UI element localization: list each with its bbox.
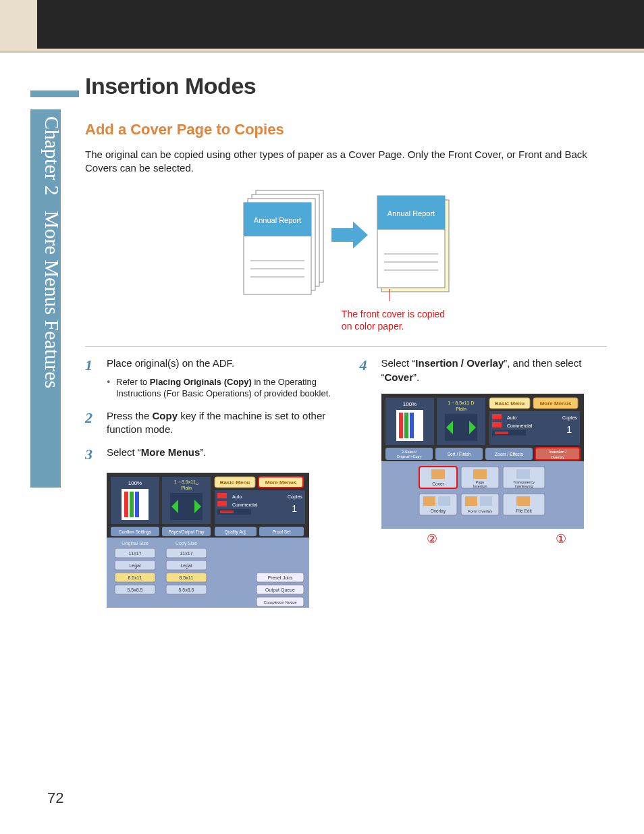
svg-rect-103 xyxy=(495,432,508,434)
svg-rect-41 xyxy=(217,493,227,498)
svg-rect-128 xyxy=(438,496,450,506)
page-number: 72 xyxy=(47,789,63,807)
svg-text:100%: 100% xyxy=(128,480,142,486)
svg-text:Plain: Plain xyxy=(456,407,466,411)
svg-text:Commercial: Commercial xyxy=(507,423,533,428)
svg-text:Annual Report: Annual Report xyxy=(387,209,434,217)
svg-text:Overlay: Overlay xyxy=(430,509,446,514)
svg-rect-100 xyxy=(492,414,502,419)
svg-rect-84 xyxy=(410,413,414,438)
svg-rect-42 xyxy=(217,501,227,506)
svg-text:Copies: Copies xyxy=(562,415,577,421)
svg-rect-83 xyxy=(404,413,408,438)
svg-text:Output Queue: Output Queue xyxy=(265,588,295,593)
side-tab-text: Chapter 2 More Menus Features xyxy=(41,116,61,388)
step-4-text: Select “Insertion / Overlay”, and then s… xyxy=(381,357,608,384)
svg-text:Copy Size: Copy Size xyxy=(176,541,197,546)
step-1-text: Place original(s) on the ADF. xyxy=(107,357,234,369)
svg-text:Annual Report: Annual Report xyxy=(253,216,300,224)
svg-rect-24 xyxy=(130,492,134,517)
svg-text:Quality Adj.: Quality Adj. xyxy=(225,529,247,535)
svg-text:11x17: 11x17 xyxy=(180,551,192,556)
svg-text:Zoom / Effects: Zoom / Effects xyxy=(495,452,524,457)
svg-text:Plain: Plain xyxy=(181,486,192,490)
divider xyxy=(85,346,607,347)
svg-text:5.5x8.5: 5.5x8.5 xyxy=(179,588,194,592)
intro-text: The original can be copied using other t… xyxy=(85,148,607,176)
top-banner xyxy=(0,0,644,53)
cover-diagram: Annual Report Annual Report The fro xyxy=(85,188,607,334)
svg-text:Copies: Copies xyxy=(288,494,302,500)
svg-rect-116 xyxy=(431,469,445,479)
step-1-bullet: Refer to Placing Originals (Copy) in the… xyxy=(107,376,333,400)
svg-text:1→8.5x11 D: 1→8.5x11 D xyxy=(448,400,474,405)
svg-text:5.5x8.5: 5.5x8.5 xyxy=(128,588,143,592)
svg-rect-127 xyxy=(423,496,435,506)
svg-text:2-Sided /: 2-Sided / xyxy=(401,450,416,454)
svg-rect-131 xyxy=(465,496,477,506)
svg-text:Auto: Auto xyxy=(507,415,517,420)
svg-text:Overlay: Overlay xyxy=(550,455,564,459)
svg-text:More Menus: More Menus xyxy=(539,400,571,407)
svg-rect-123 xyxy=(516,469,530,479)
screenshot-insertion-overlay: 100% 1→8.5x11 D Plain Basic Menu More Me… xyxy=(381,394,584,529)
svg-text:100%: 100% xyxy=(402,401,416,407)
svg-rect-25 xyxy=(135,492,139,517)
svg-text:Preset Jobs: Preset Jobs xyxy=(268,575,293,580)
svg-rect-135 xyxy=(516,496,530,506)
step-2-number: 2 xyxy=(85,409,107,437)
section-subtitle: Add a Cover Page to Copies xyxy=(85,121,607,138)
svg-rect-101 xyxy=(492,422,502,427)
step-1-number: 1 xyxy=(85,357,107,399)
svg-text:8.5x11: 8.5x11 xyxy=(128,575,142,580)
svg-rect-23 xyxy=(124,492,128,517)
chapter-side-tab: Chapter 2 More Menus Features xyxy=(30,109,61,488)
svg-text:Interleaving: Interleaving xyxy=(514,484,533,488)
step-3-number: 3 xyxy=(85,446,107,463)
step-4-number: 4 xyxy=(360,357,381,384)
svg-text:Form Overlay: Form Overlay xyxy=(467,509,491,513)
svg-text:Basic Menu: Basic Menu xyxy=(494,400,525,407)
svg-text:1: 1 xyxy=(566,424,572,435)
svg-text:1→8.5x11␣: 1→8.5x11␣ xyxy=(174,479,198,485)
svg-text:Legal: Legal xyxy=(180,563,192,569)
svg-rect-82 xyxy=(399,413,403,438)
svg-text:Legal: Legal xyxy=(129,563,141,569)
svg-text:File Edit: File Edit xyxy=(516,509,532,513)
svg-text:Completion Notice: Completion Notice xyxy=(263,600,297,604)
page-title: Insertion Modes xyxy=(85,73,607,99)
svg-text:Original Size: Original Size xyxy=(122,541,149,546)
diagram-caption: The front cover is copied on color paper… xyxy=(342,308,445,334)
svg-text:More Menus: More Menus xyxy=(265,479,297,486)
svg-text:11x17: 11x17 xyxy=(128,551,141,556)
svg-text:Original->Copy: Original->Copy xyxy=(396,454,421,459)
svg-text:Commercial: Commercial xyxy=(232,502,258,507)
svg-text:Paper/Output Tray: Paper/Output Tray xyxy=(168,529,205,535)
svg-text:Confirm Settings: Confirm Settings xyxy=(119,529,152,535)
step-2-text: Press the Copy key if the machine is set… xyxy=(107,409,333,437)
accent-bar xyxy=(30,90,79,97)
svg-text:Cover: Cover xyxy=(432,481,444,486)
svg-marker-10 xyxy=(331,221,368,249)
svg-text:Auto: Auto xyxy=(232,494,242,499)
svg-text:Proof Set: Proof Set xyxy=(272,529,290,534)
svg-text:Sort / Finish: Sort / Finish xyxy=(447,452,471,457)
svg-text:Basic Menu: Basic Menu xyxy=(220,479,250,486)
svg-rect-132 xyxy=(480,496,492,506)
svg-rect-44 xyxy=(220,511,234,513)
svg-text:8.5x11: 8.5x11 xyxy=(179,575,193,580)
callout-markers: ② ① xyxy=(360,531,608,546)
svg-text:Insertion: Insertion xyxy=(473,484,487,488)
svg-rect-119 xyxy=(473,469,487,479)
svg-text:1: 1 xyxy=(292,503,297,514)
svg-text:Insertion /: Insertion / xyxy=(548,450,566,454)
screenshot-more-menus: 100% 1→8.5x11␣ Plain Basic Menu More Men… xyxy=(107,473,309,608)
step-3-text: Select “More Menus”. xyxy=(107,446,207,463)
